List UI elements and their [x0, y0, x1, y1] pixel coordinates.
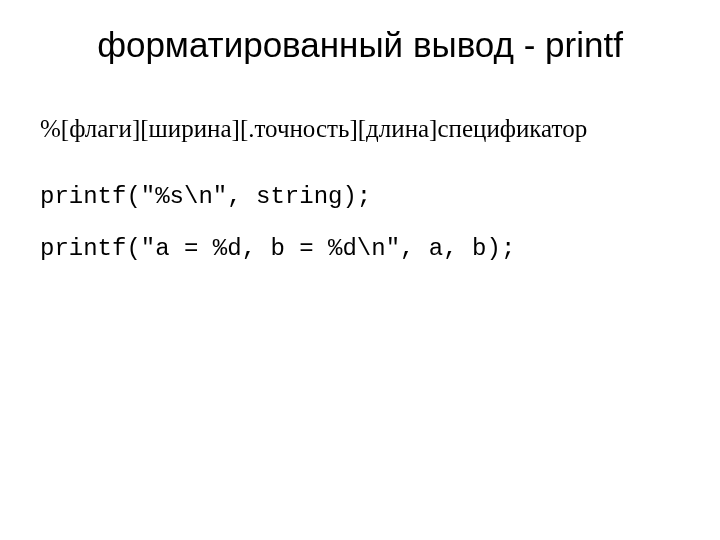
code-example-2: printf("a = %d, b = %d\n", a, b); — [40, 235, 680, 262]
format-specification: %[флаги][ширина][.точность][длина]специф… — [40, 115, 680, 143]
code-example-1: printf("%s\n", string); — [40, 183, 680, 210]
slide-title: форматированный вывод - printf — [40, 25, 680, 65]
